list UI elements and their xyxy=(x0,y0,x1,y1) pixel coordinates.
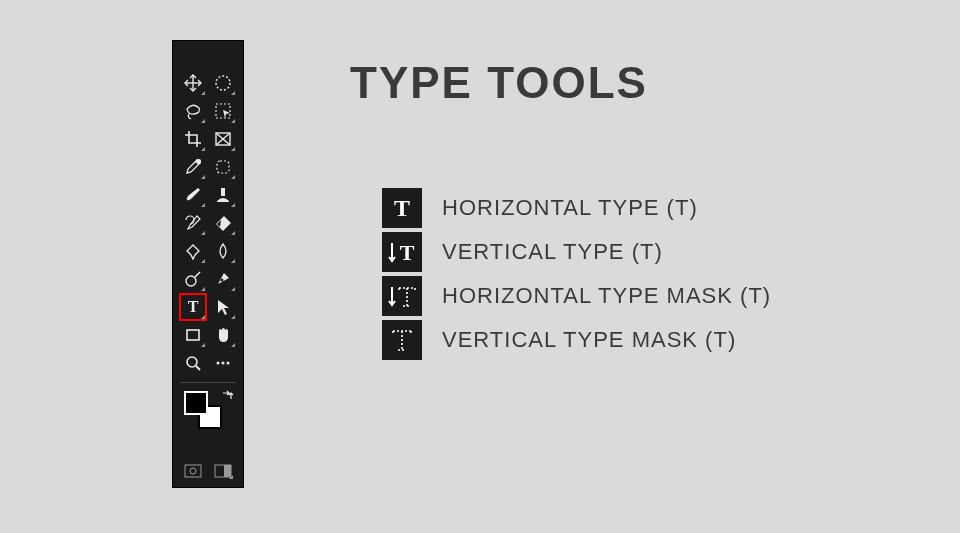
marquee-tool[interactable] xyxy=(210,70,236,96)
horizontal-type-icon: T xyxy=(382,188,422,228)
svg-rect-9 xyxy=(217,161,229,173)
list-item: T HORIZONTAL TYPE (T) xyxy=(382,186,771,230)
swap-colors-icon[interactable] xyxy=(220,389,234,403)
color-swatches[interactable] xyxy=(172,389,244,437)
list-item: HORIZONTAL TYPE MASK (T) xyxy=(382,274,771,318)
svg-rect-3 xyxy=(216,104,230,118)
svg-rect-22 xyxy=(185,465,201,477)
vertical-type-mask-icon xyxy=(382,320,422,360)
type-tool[interactable]: T xyxy=(180,294,206,320)
list-item: T VERTICAL TYPE (T) xyxy=(382,230,771,274)
page-title: TYPE TOOLS xyxy=(350,58,648,108)
svg-point-13 xyxy=(221,279,224,282)
list-item: VERTICAL TYPE MASK (T) xyxy=(382,318,771,362)
svg-line-7 xyxy=(216,133,230,145)
svg-text:T: T xyxy=(188,298,199,315)
list-item-label: HORIZONTAL TYPE MASK (T) xyxy=(442,283,771,309)
zoom-tool[interactable] xyxy=(180,350,206,376)
path-select-tool[interactable] xyxy=(210,294,236,320)
screen-mode-icon[interactable] xyxy=(212,462,234,480)
eyedropper-tool[interactable] xyxy=(180,154,206,180)
clone-stamp-tool[interactable] xyxy=(210,182,236,208)
hand-tool[interactable] xyxy=(210,322,236,348)
svg-line-6 xyxy=(216,133,230,145)
svg-point-2 xyxy=(216,76,230,90)
horizontal-type-mask-icon xyxy=(382,276,422,316)
svg-point-17 xyxy=(187,357,197,367)
svg-rect-10 xyxy=(221,188,225,196)
svg-rect-5 xyxy=(216,133,230,145)
svg-text:T: T xyxy=(394,195,410,221)
svg-point-23 xyxy=(190,468,196,474)
dodge-tool[interactable] xyxy=(180,266,206,292)
type-tools-list: T HORIZONTAL TYPE (T) T VERTICAL TYPE (T… xyxy=(382,186,771,362)
shape-tool[interactable] xyxy=(180,322,206,348)
quick-select-tool[interactable] xyxy=(210,98,236,124)
quick-mask-icon[interactable] xyxy=(182,462,204,480)
crop-tool[interactable] xyxy=(180,126,206,152)
slice-tool[interactable] xyxy=(210,126,236,152)
list-item-label: VERTICAL TYPE MASK (T) xyxy=(442,327,736,353)
pen-tool[interactable] xyxy=(210,266,236,292)
foreground-swatch[interactable] xyxy=(184,391,208,415)
gradient-tool[interactable] xyxy=(180,238,206,264)
more-tools[interactable] xyxy=(210,350,236,376)
svg-point-21 xyxy=(227,362,230,365)
vertical-type-icon: T xyxy=(382,232,422,272)
blur-tool[interactable] xyxy=(210,238,236,264)
svg-rect-8 xyxy=(196,159,201,164)
toolbar-separator xyxy=(180,382,236,383)
svg-line-12 xyxy=(195,272,200,277)
brush-tool[interactable] xyxy=(180,182,206,208)
move-tool[interactable] xyxy=(180,70,206,96)
svg-marker-15 xyxy=(218,300,229,315)
list-item-label: HORIZONTAL TYPE (T) xyxy=(442,195,698,221)
svg-line-18 xyxy=(196,366,200,370)
svg-marker-4 xyxy=(223,110,230,118)
history-brush-tool[interactable] xyxy=(180,210,206,236)
lasso-tool[interactable] xyxy=(180,98,206,124)
svg-rect-16 xyxy=(187,330,199,340)
svg-point-19 xyxy=(217,362,220,365)
svg-point-20 xyxy=(222,362,225,365)
eraser-tool[interactable] xyxy=(210,210,236,236)
svg-point-11 xyxy=(186,276,196,286)
spot-heal-tool[interactable] xyxy=(210,154,236,180)
list-item-label: VERTICAL TYPE (T) xyxy=(442,239,663,265)
svg-text:T: T xyxy=(400,240,415,265)
photoshop-toolbar: T xyxy=(172,40,244,488)
